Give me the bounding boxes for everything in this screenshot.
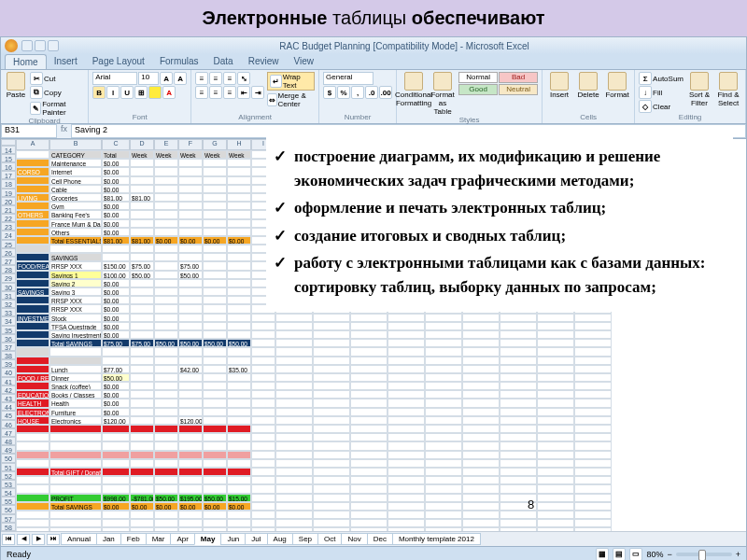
cell[interactable]: [462, 527, 500, 531]
cell[interactable]: [425, 459, 462, 468]
cell[interactable]: [537, 399, 574, 407]
cell[interactable]: [388, 494, 425, 502]
cell[interactable]: [574, 433, 612, 441]
cell[interactable]: [275, 339, 313, 347]
cell[interactable]: [500, 373, 537, 382]
cell[interactable]: $0.00: [178, 502, 203, 511]
cell[interactable]: [462, 399, 500, 407]
cell[interactable]: [425, 314, 462, 322]
tab-view[interactable]: View: [286, 54, 321, 69]
row-header[interactable]: 55: [1, 497, 16, 505]
undo-icon[interactable]: [35, 40, 46, 51]
cell[interactable]: $81.00: [130, 236, 154, 245]
cell[interactable]: [350, 476, 388, 484]
cell[interactable]: [203, 425, 227, 433]
row-header[interactable]: 23: [1, 222, 16, 231]
cell[interactable]: [574, 399, 612, 407]
row-header[interactable]: 16: [1, 162, 16, 171]
cell[interactable]: [462, 468, 500, 476]
cell[interactable]: [462, 339, 500, 347]
cell[interactable]: [16, 304, 49, 313]
cell[interactable]: [388, 441, 425, 450]
cell[interactable]: [227, 451, 251, 459]
cell[interactable]: [130, 185, 154, 193]
cell[interactable]: [178, 330, 203, 339]
cell[interactable]: [102, 484, 130, 493]
cell[interactable]: [178, 176, 203, 185]
cell[interactable]: [227, 253, 251, 261]
cell[interactable]: [102, 441, 130, 450]
cell[interactable]: [130, 219, 154, 228]
cell[interactable]: [500, 476, 537, 484]
row-header[interactable]: 28: [1, 265, 16, 273]
cell[interactable]: [251, 441, 275, 450]
cell[interactable]: [275, 357, 313, 365]
sheet-tab[interactable]: Dec: [367, 533, 393, 545]
cell[interactable]: [154, 425, 178, 433]
cell[interactable]: [203, 245, 227, 253]
bold-button[interactable]: B: [92, 86, 106, 99]
cell[interactable]: [275, 476, 313, 484]
row-header[interactable]: 44: [1, 402, 16, 411]
cell[interactable]: [227, 484, 251, 493]
cell[interactable]: $0.00: [178, 236, 203, 245]
cell[interactable]: [425, 357, 462, 365]
cell[interactable]: [130, 304, 154, 313]
cell[interactable]: [313, 425, 350, 433]
cell[interactable]: [251, 433, 275, 441]
cell[interactable]: CORSO: [16, 167, 49, 175]
cell[interactable]: [16, 322, 49, 330]
cell[interactable]: [251, 382, 275, 390]
cell[interactable]: $35.00: [227, 365, 251, 373]
cell[interactable]: [227, 519, 251, 527]
font-color-icon[interactable]: A: [162, 86, 176, 99]
tab-nav-last-icon[interactable]: ⏭: [47, 534, 60, 545]
cell[interactable]: Maintenance: [49, 159, 102, 167]
cell[interactable]: $0.00: [102, 296, 130, 304]
cell[interactable]: [154, 365, 178, 373]
cell[interactable]: [227, 382, 251, 390]
cell[interactable]: [178, 425, 203, 433]
cell[interactable]: [227, 357, 251, 365]
cell[interactable]: [462, 459, 500, 468]
cell[interactable]: [16, 365, 49, 373]
cell[interactable]: [203, 373, 227, 382]
cell[interactable]: France Mum & Dad: [49, 219, 102, 228]
cell[interactable]: [227, 408, 251, 416]
cell[interactable]: Total ESSENTIALS / BILLS: [49, 236, 102, 245]
cell[interactable]: [275, 322, 313, 330]
cell[interactable]: ELECTRONICS: [16, 408, 49, 416]
cell[interactable]: [462, 382, 500, 390]
cell[interactable]: $0.00: [227, 502, 251, 511]
cell[interactable]: [16, 459, 49, 468]
number-format-select[interactable]: General: [323, 72, 374, 85]
underline-button[interactable]: U: [120, 86, 134, 99]
cell[interactable]: [388, 357, 425, 365]
percent-icon[interactable]: %: [337, 86, 350, 99]
cell[interactable]: [130, 314, 154, 322]
cell[interactable]: [537, 459, 574, 468]
cell[interactable]: [388, 476, 425, 484]
row-header[interactable]: 14: [1, 146, 16, 154]
row-header[interactable]: 25: [1, 240, 16, 248]
cell[interactable]: [227, 176, 251, 185]
format-cell-button[interactable]: Format: [604, 72, 630, 99]
zoom-slider[interactable]: [676, 553, 732, 556]
cell[interactable]: [500, 357, 537, 365]
cell[interactable]: [275, 382, 313, 390]
cell[interactable]: [251, 519, 275, 527]
cell[interactable]: [154, 176, 178, 185]
cell[interactable]: [350, 433, 388, 441]
cell[interactable]: [275, 314, 313, 322]
sheet-tab[interactable]: Monthly template 2012: [392, 533, 481, 545]
cell[interactable]: Week: [227, 150, 251, 159]
cell[interactable]: [574, 347, 612, 356]
cell[interactable]: [350, 519, 388, 527]
cell[interactable]: [251, 511, 275, 519]
cell[interactable]: [178, 441, 203, 450]
cell[interactable]: [388, 365, 425, 373]
sheet-tab[interactable]: Nov: [341, 533, 367, 545]
cell[interactable]: $0.00: [102, 382, 130, 390]
cell[interactable]: [537, 357, 574, 365]
cell[interactable]: [16, 339, 49, 347]
